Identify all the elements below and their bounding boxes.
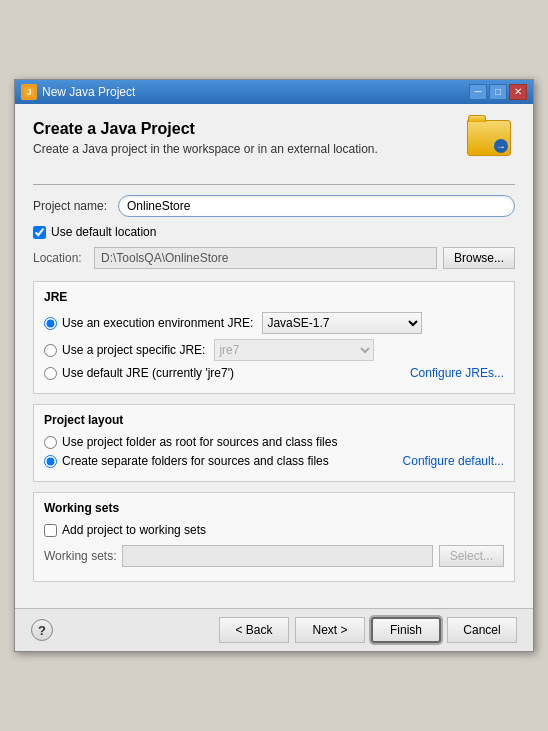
working-sets-label: Working sets: xyxy=(44,549,116,563)
configure-default-link[interactable]: Configure default... xyxy=(403,454,504,468)
jre-project-row: Use a project specific JRE: jre7 xyxy=(44,339,504,361)
next-button[interactable]: Next > xyxy=(295,617,365,643)
bottom-bar: ? < Back Next > Finish Cancel xyxy=(15,608,533,651)
minimize-button[interactable]: ─ xyxy=(469,84,487,100)
add-working-sets-row: Add project to working sets xyxy=(44,523,504,537)
working-sets-section: Working sets Add project to working sets… xyxy=(33,492,515,582)
add-working-sets-checkbox[interactable] xyxy=(44,524,57,537)
layout-separate-row: Create separate folders for sources and … xyxy=(44,454,504,468)
default-location-label: Use default location xyxy=(51,225,156,239)
finish-button[interactable]: Finish xyxy=(371,617,441,643)
folder-arrow-icon: → xyxy=(494,139,508,153)
layout-root-radio[interactable] xyxy=(44,436,57,449)
jre-project-radio[interactable] xyxy=(44,344,57,357)
jre-default-row: Use default JRE (currently 'jre7') Confi… xyxy=(44,366,504,380)
layout-root-row: Use project folder as root for sources a… xyxy=(44,435,504,449)
page-header: Create a Java Project Create a Java proj… xyxy=(33,120,515,168)
folder-icon: → xyxy=(467,120,511,156)
jre-project-select[interactable]: jre7 xyxy=(214,339,374,361)
project-name-label: Project name: xyxy=(33,199,118,213)
jre-exec-env-radio[interactable] xyxy=(44,317,57,330)
location-label: Location: xyxy=(33,251,88,265)
window: J New Java Project ─ □ ✕ Create a Java P… xyxy=(14,79,534,652)
jre-default-radio[interactable] xyxy=(44,367,57,380)
window-controls: ─ □ ✕ xyxy=(469,84,527,100)
working-sets-input[interactable] xyxy=(122,545,432,567)
add-working-sets-label: Add project to working sets xyxy=(62,523,206,537)
jre-default-left: Use default JRE (currently 'jre7') xyxy=(44,366,234,380)
page-title: Create a Java Project xyxy=(33,120,378,138)
default-location-row: Use default location xyxy=(33,225,515,239)
browse-button[interactable]: Browse... xyxy=(443,247,515,269)
page-icon: → xyxy=(467,120,515,168)
jre-default-label: Use default JRE (currently 'jre7') xyxy=(62,366,234,380)
layout-section-title: Project layout xyxy=(44,413,504,427)
window-icon: J xyxy=(21,84,37,100)
configure-jres-link[interactable]: Configure JREs... xyxy=(410,366,504,380)
working-sets-title: Working sets xyxy=(44,501,504,515)
jre-section-title: JRE xyxy=(44,290,504,304)
project-name-row: Project name: xyxy=(33,195,515,217)
jre-project-label: Use a project specific JRE: xyxy=(62,343,205,357)
maximize-button[interactable]: □ xyxy=(489,84,507,100)
layout-separate-left: Create separate folders for sources and … xyxy=(44,454,329,468)
jre-exec-env-row: Use an execution environment JRE: JavaSE… xyxy=(44,312,504,334)
jre-section: JRE Use an execution environment JRE: Ja… xyxy=(33,281,515,394)
layout-separate-radio[interactable] xyxy=(44,455,57,468)
location-row: Location: Browse... xyxy=(33,247,515,269)
help-button[interactable]: ? xyxy=(31,619,53,641)
page-subtitle: Create a Java project in the workspace o… xyxy=(33,142,378,156)
dialog-content: Create a Java Project Create a Java proj… xyxy=(15,104,533,608)
window-title: New Java Project xyxy=(42,85,464,99)
back-button[interactable]: < Back xyxy=(219,617,289,643)
header-divider xyxy=(33,184,515,185)
layout-section: Project layout Use project folder as roo… xyxy=(33,404,515,482)
project-name-input[interactable] xyxy=(118,195,515,217)
jre-exec-env-label: Use an execution environment JRE: xyxy=(62,316,253,330)
working-sets-input-row: Working sets: Select... xyxy=(44,545,504,567)
svg-text:J: J xyxy=(26,87,31,97)
location-input[interactable] xyxy=(94,247,437,269)
working-sets-select-button[interactable]: Select... xyxy=(439,545,504,567)
close-button[interactable]: ✕ xyxy=(509,84,527,100)
jre-exec-env-select[interactable]: JavaSE-1.7 xyxy=(262,312,422,334)
cancel-button[interactable]: Cancel xyxy=(447,617,517,643)
layout-root-label: Use project folder as root for sources a… xyxy=(62,435,337,449)
header-text: Create a Java Project Create a Java proj… xyxy=(33,120,378,156)
title-bar: J New Java Project ─ □ ✕ xyxy=(15,80,533,104)
default-location-checkbox[interactable] xyxy=(33,226,46,239)
layout-separate-label: Create separate folders for sources and … xyxy=(62,454,329,468)
